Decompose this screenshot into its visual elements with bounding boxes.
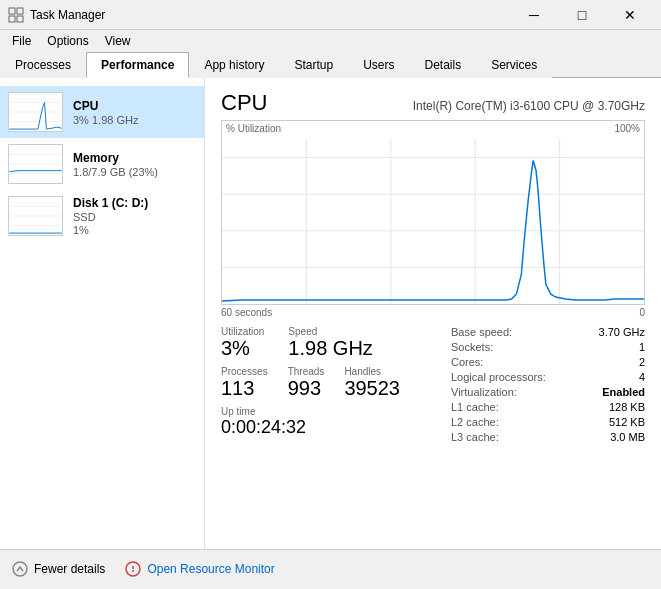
- svg-rect-3: [17, 16, 23, 22]
- graph-time-right: 0: [639, 307, 645, 318]
- disk-sidebar-value1: SSD: [73, 211, 196, 223]
- cpu-graph-svg: [222, 121, 644, 304]
- tab-users[interactable]: Users: [348, 52, 409, 78]
- footer: Fewer details Open Resource Monitor: [0, 549, 661, 587]
- chevron-up-icon: [12, 561, 28, 577]
- tab-startup[interactable]: Startup: [279, 52, 348, 78]
- graph-time-labels: 60 seconds 0: [221, 307, 645, 318]
- graph-time-left: 60 seconds: [221, 307, 272, 318]
- utilization-label: Utilization: [221, 326, 264, 337]
- menu-options[interactable]: Options: [39, 32, 96, 50]
- sockets-val: 1: [639, 341, 645, 353]
- menu-file[interactable]: File: [4, 32, 39, 50]
- handles-value: 39523: [344, 377, 400, 400]
- svg-point-24: [132, 570, 134, 572]
- l1-key: L1 cache:: [451, 401, 499, 413]
- tab-processes[interactable]: Processes: [0, 52, 86, 78]
- svg-rect-0: [9, 8, 15, 14]
- uptime-label: Up time: [221, 406, 435, 417]
- sidebar-item-memory[interactable]: Memory 1.8/7.9 GB (23%): [0, 138, 204, 190]
- disk-sidebar-value2: 1%: [73, 224, 196, 236]
- disk-sidebar-label: Disk 1 (C: D:): [73, 196, 196, 210]
- l3-key: L3 cache:: [451, 431, 499, 443]
- cpu-graph-container: % Utilization 100%: [221, 120, 645, 305]
- titlebar: Task Manager ─ □ ✕: [0, 0, 661, 30]
- open-resource-monitor-button[interactable]: Open Resource Monitor: [125, 561, 274, 577]
- uptime-section: Up time 0:00:24:32: [221, 406, 435, 438]
- sidebar-item-disk[interactable]: Disk 1 (C: D:) SSD 1%: [0, 190, 204, 242]
- cpu-detail-panel: CPU Intel(R) Core(TM) i3-6100 CPU @ 3.70…: [205, 78, 661, 549]
- processes-label: Processes: [221, 366, 268, 377]
- info-l1: L1 cache: 128 KB: [451, 401, 645, 413]
- threads-stat: Threads 993: [288, 366, 325, 400]
- uptime-value: 0:00:24:32: [221, 417, 435, 438]
- memory-thumbnail: [8, 144, 63, 184]
- info-sockets: Sockets: 1: [451, 341, 645, 353]
- info-l2: L2 cache: 512 KB: [451, 416, 645, 428]
- info-virtualization: Virtualization: Enabled: [451, 386, 645, 398]
- processes-value: 113: [221, 377, 268, 400]
- tab-bar: Processes Performance App history Startu…: [0, 52, 661, 78]
- stats-left: Utilization 3% Speed 1.98 GHz Processes …: [221, 326, 435, 446]
- speed-value: 1.98 GHz: [288, 337, 372, 360]
- cpu-sidebar-info: CPU 3% 1.98 GHz: [73, 99, 196, 126]
- logical-key: Logical processors:: [451, 371, 546, 383]
- memory-sidebar-info: Memory 1.8/7.9 GB (23%): [73, 151, 196, 178]
- threads-value: 993: [288, 377, 325, 400]
- sockets-key: Sockets:: [451, 341, 493, 353]
- cpu-sidebar-label: CPU: [73, 99, 196, 113]
- cpu-panel-subtitle: Intel(R) Core(TM) i3-6100 CPU @ 3.70GHz: [413, 99, 645, 113]
- base-speed-key: Base speed:: [451, 326, 512, 338]
- disk-thumbnail: [8, 196, 63, 236]
- l2-key: L2 cache:: [451, 416, 499, 428]
- cpu-thumbnail: [8, 92, 63, 132]
- logical-val: 4: [639, 371, 645, 383]
- info-panel: Base speed: 3.70 GHz Sockets: 1 Cores: 2…: [435, 326, 645, 446]
- close-button[interactable]: ✕: [607, 0, 653, 30]
- fewer-details-button[interactable]: Fewer details: [12, 561, 105, 577]
- info-base-speed: Base speed: 3.70 GHz: [451, 326, 645, 338]
- fewer-details-label: Fewer details: [34, 562, 105, 576]
- cpu-panel-title: CPU: [221, 90, 267, 116]
- processes-stat: Processes 113: [221, 366, 268, 400]
- graph-y-label: % Utilization: [226, 123, 281, 134]
- main-content: CPU 3% 1.98 GHz Memory 1.8/7.9 GB (23%): [0, 78, 661, 549]
- tab-services[interactable]: Services: [476, 52, 552, 78]
- utilization-value: 3%: [221, 337, 264, 360]
- cpu-sidebar-value: 3% 1.98 GHz: [73, 114, 196, 126]
- l1-val: 128 KB: [609, 401, 645, 413]
- memory-sidebar-value: 1.8/7.9 GB (23%): [73, 166, 196, 178]
- maximize-button[interactable]: □: [559, 0, 605, 30]
- menu-view[interactable]: View: [97, 32, 139, 50]
- info-cores: Cores: 2: [451, 356, 645, 368]
- menubar: File Options View: [0, 30, 661, 52]
- tab-performance[interactable]: Performance: [86, 52, 189, 78]
- speed-label: Speed: [288, 326, 372, 337]
- sidebar-item-cpu[interactable]: CPU 3% 1.98 GHz: [0, 86, 204, 138]
- virtualization-key: Virtualization:: [451, 386, 517, 398]
- monitor-icon: [125, 561, 141, 577]
- bottom-area: Utilization 3% Speed 1.98 GHz Processes …: [221, 326, 645, 446]
- speed-stat: Speed 1.98 GHz: [288, 326, 372, 360]
- cores-key: Cores:: [451, 356, 483, 368]
- svg-rect-1: [17, 8, 23, 14]
- app-icon: [8, 7, 24, 23]
- utilization-stat: Utilization 3%: [221, 326, 264, 360]
- l2-val: 512 KB: [609, 416, 645, 428]
- disk-sidebar-info: Disk 1 (C: D:) SSD 1%: [73, 196, 196, 236]
- window-controls: ─ □ ✕: [511, 0, 653, 30]
- sidebar: CPU 3% 1.98 GHz Memory 1.8/7.9 GB (23%): [0, 78, 205, 549]
- graph-max-label: 100%: [614, 123, 640, 134]
- window-title: Task Manager: [30, 8, 511, 22]
- tab-app-history[interactable]: App history: [189, 52, 279, 78]
- info-l3: L3 cache: 3.0 MB: [451, 431, 645, 443]
- memory-sidebar-label: Memory: [73, 151, 196, 165]
- minimize-button[interactable]: ─: [511, 0, 557, 30]
- open-resource-monitor-link[interactable]: Open Resource Monitor: [147, 562, 274, 576]
- info-logical: Logical processors: 4: [451, 371, 645, 383]
- tab-details[interactable]: Details: [409, 52, 476, 78]
- svg-rect-2: [9, 16, 15, 22]
- handles-label: Handles: [344, 366, 400, 377]
- base-speed-val: 3.70 GHz: [599, 326, 645, 338]
- l3-val: 3.0 MB: [610, 431, 645, 443]
